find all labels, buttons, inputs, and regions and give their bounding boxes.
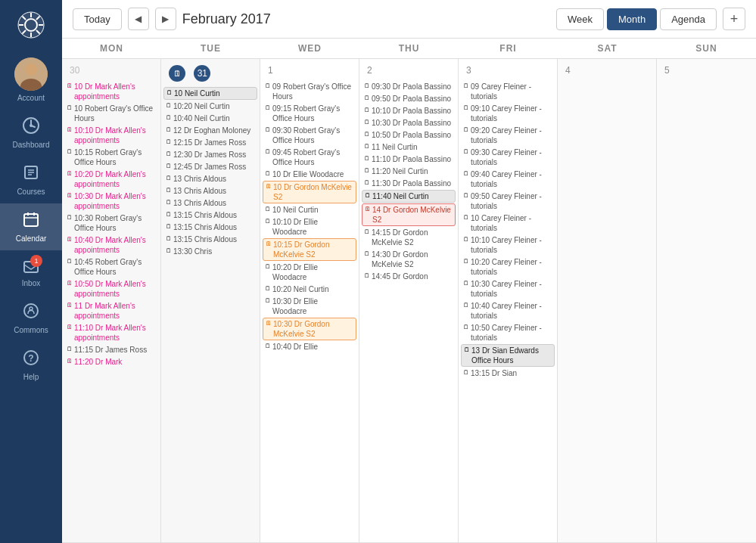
month-view-button[interactable]: Month — [607, 8, 657, 30]
event[interactable]: 🗒13:15 Chris Aldous — [163, 222, 257, 233]
event[interactable]: 🗓11 Dr Mark Allen's appointments — [64, 300, 158, 321]
event[interactable]: 🗒13 Dr Sian Edwards Office Hours — [461, 344, 555, 367]
event[interactable]: 🗒11:30 Dr Paola Bassino — [362, 178, 456, 189]
event[interactable]: 🗒14:30 Dr Gordon McKelvie S2 — [362, 249, 456, 270]
event[interactable]: 🗒10:40 Carey Fleiner - tutorials — [461, 300, 555, 321]
sidebar-item-courses[interactable]: Courses — [0, 157, 62, 203]
day-col-1[interactable]: 1🗒09 Robert Gray's Office Hours🗒09:15 Ro… — [260, 59, 359, 543]
event[interactable]: 🗒10:50 Carey Fleiner - tutorials — [461, 322, 555, 343]
sidebar-item-calendar[interactable]: Calendar — [0, 203, 62, 250]
event[interactable]: 🗒10 Dr Ellie Woodacre — [263, 169, 356, 180]
event[interactable]: 🗓11:10 Dr Mark Allen's appointments — [64, 322, 158, 343]
calendar-body: 30🗓10 Dr Mark Allen's appointments🗒10 Ro… — [62, 59, 756, 543]
svg-point-25 — [30, 307, 33, 310]
event[interactable]: 🗒09:30 Dr Paola Bassino — [362, 81, 456, 92]
event[interactable]: 🗒09:50 Dr Paola Bassino — [362, 93, 456, 104]
event[interactable]: 🗒09:40 Carey Fleiner - tutorials — [461, 169, 555, 190]
event[interactable]: 🗓10:10 Dr Mark Allen's appointments — [64, 125, 158, 146]
event[interactable]: 🗒10:45 Robert Gray's Office Hours — [64, 256, 158, 278]
add-event-button[interactable]: + — [723, 8, 745, 30]
agenda-view-button[interactable]: Agenda — [660, 8, 717, 30]
event[interactable]: 🗒11 Neil Curtin — [362, 141, 456, 153]
event[interactable]: 🗒09:15 Robert Gray's Office Hours — [263, 103, 356, 124]
day-col-2[interactable]: 2🗒09:30 Dr Paola Bassino🗒09:50 Dr Paola … — [359, 59, 459, 543]
event[interactable]: 🗒13:15 Dr Sian — [461, 368, 555, 379]
event[interactable]: 🗒10:10 Carey Fleiner - tutorials — [461, 234, 555, 256]
event[interactable]: 🗓14 Dr Gordon McKelvie S2 — [362, 203, 456, 226]
event[interactable]: 🗒12:30 Dr James Ross — [163, 149, 257, 160]
event[interactable]: 🗒11:10 Dr Paola Bassino — [362, 154, 456, 165]
sidebar-item-account[interactable]: Account — [0, 50, 62, 110]
event[interactable]: 🗒09:30 Robert Gray's Office Hours — [263, 125, 356, 146]
event[interactable]: 🗓10:30 Dr Mark Allen's appointments — [64, 191, 158, 212]
day-col-4[interactable]: 4 — [558, 59, 657, 543]
event[interactable]: 🗒13:15 Chris Aldous — [163, 234, 257, 245]
event-icon: 🗒 — [166, 199, 172, 206]
event[interactable]: 🗓10:30 Dr Gordon McKelvie S2 — [263, 318, 356, 340]
day-number-wrap: 2 — [359, 59, 458, 80]
event[interactable]: 🗓10:50 Dr Mark Allen's appointments — [64, 278, 158, 299]
event[interactable]: 🗒10:40 Neil Curtin — [163, 113, 257, 124]
today-button[interactable]: Today — [73, 8, 122, 30]
event[interactable]: 🗒10:20 Dr Ellie Woodacre — [263, 262, 356, 283]
prev-button[interactable]: ◀ — [128, 8, 149, 30]
event[interactable]: 🗒10:40 Dr Ellie — [263, 341, 356, 352]
event[interactable]: 🗒10:30 Dr Ellie Woodacre — [263, 296, 356, 317]
event[interactable]: 🗒10:20 Neil Curtin — [263, 284, 356, 295]
event[interactable]: 🗒10:30 Carey Fleiner - tutorials — [461, 278, 555, 299]
event[interactable]: 🗒09:30 Carey Fleiner - tutorials — [461, 147, 555, 168]
event[interactable]: 🗒10:15 Robert Gray's Office Hours — [64, 147, 158, 168]
event[interactable]: 🗒09:20 Carey Fleiner - tutorials — [461, 125, 555, 146]
event[interactable]: 🗓11:20 Dr Mark — [64, 356, 158, 368]
event[interactable]: 🗒10:50 Dr Paola Bassino — [362, 129, 456, 141]
event[interactable]: 🗒13 Chris Aldous — [163, 197, 257, 209]
event[interactable]: 🗓10 Dr Mark Allen's appointments — [64, 81, 158, 102]
event[interactable]: 🗓10 Dr Gordon McKelvie S2 — [263, 181, 356, 203]
event[interactable]: 🗒14:15 Dr Gordon McKelvie S2 — [362, 227, 456, 248]
day-col-30[interactable]: 30🗓10 Dr Mark Allen's appointments🗒10 Ro… — [62, 59, 161, 543]
event[interactable]: 🗒11:40 Neil Curtin — [362, 190, 456, 203]
event[interactable]: 🗓10:15 Dr Gordon McKelvie S2 — [263, 238, 356, 261]
event[interactable]: 🗒10:20 Neil Curtin — [163, 101, 257, 112]
sidebar-item-dashboard[interactable]: Dashboard — [0, 110, 62, 157]
event-icon: 🗒 — [463, 104, 469, 112]
day-col-3[interactable]: 3🗒09 Carey Fleiner - tutorials🗒09:10 Car… — [459, 59, 558, 543]
event-text: 12:45 Dr James Ross — [173, 162, 255, 172]
event[interactable]: 🗓10:40 Dr Mark Allen's appointments — [64, 234, 158, 256]
event[interactable]: 🗒09:50 Carey Fleiner - tutorials — [461, 191, 555, 212]
event[interactable]: 🗒10 Neil Curtin — [163, 87, 257, 100]
day-number: 3 — [462, 62, 554, 79]
event[interactable]: 🗒13 Chris Aldous — [163, 185, 257, 197]
event[interactable]: 🗒10:30 Dr Paola Bassino — [362, 117, 456, 129]
event[interactable]: 🗒10:10 Dr Paola Bassino — [362, 105, 456, 116]
sidebar-item-commons[interactable]: Commons — [0, 295, 62, 342]
event[interactable]: 🗒10:30 Robert Gray's Office Hours — [64, 213, 158, 234]
event[interactable]: 🗒12:45 Dr James Ross — [163, 161, 257, 172]
day-col-5[interactable]: 5 — [657, 59, 756, 543]
event[interactable]: 🗒10:10 Dr Ellie Woodacre — [263, 216, 356, 237]
event[interactable]: 🗒10:20 Carey Fleiner - tutorials — [461, 256, 555, 278]
event[interactable]: 🗒13:30 Chris — [163, 246, 257, 257]
sidebar-item-inbox[interactable]: 1 Inbox — [0, 250, 62, 295]
event[interactable]: 🗒09 Carey Fleiner - tutorials — [461, 81, 555, 102]
event[interactable]: 🗒10 Neil Curtin — [263, 204, 356, 216]
event[interactable]: 🗒11:20 Neil Curtin — [362, 166, 456, 177]
event[interactable]: 🗒09 Robert Gray's Office Hours — [263, 81, 356, 102]
event[interactable]: 🗒12 Dr Eoghan Moloney — [163, 125, 257, 136]
event[interactable]: 🗒14:45 Dr Gordon — [362, 271, 456, 282]
event[interactable]: 🗒12:15 Dr James Ross — [163, 137, 257, 148]
sidebar-item-help[interactable]: ? Help — [0, 342, 62, 389]
event[interactable]: 🗒09:45 Robert Gray's Office Hours — [263, 147, 356, 168]
event-text: 09:20 Carey Fleiner - tutorials — [471, 126, 552, 145]
event[interactable]: 🗒13 Chris Aldous — [163, 173, 257, 185]
event[interactable]: 🗒10 Robert Gray's Office Hours — [64, 103, 158, 124]
event[interactable]: 🗒13:15 Chris Aldous — [163, 209, 257, 221]
event[interactable]: 🗒09:10 Carey Fleiner - tutorials — [461, 103, 555, 124]
event[interactable]: 🗒11:15 Dr James Ross — [64, 344, 158, 355]
next-button[interactable]: ▶ — [155, 8, 176, 30]
day-number-wrap: 3 — [459, 59, 557, 80]
week-view-button[interactable]: Week — [556, 8, 604, 30]
day-col-31[interactable]: 🗓 31🗒10 Neil Curtin🗒10:20 Neil Curtin🗒10… — [161, 59, 260, 543]
event[interactable]: 🗓10:20 Dr Mark Allen's appointments — [64, 169, 158, 190]
event[interactable]: 🗒10 Carey Fleiner - tutorials — [461, 213, 555, 234]
